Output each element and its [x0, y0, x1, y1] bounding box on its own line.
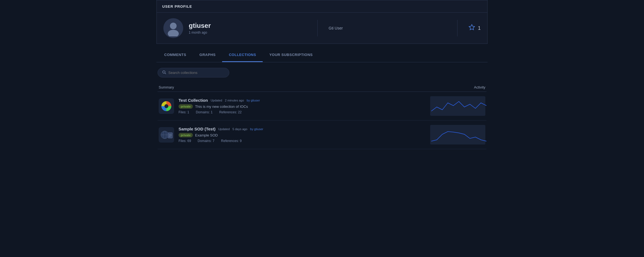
search-bar[interactable] — [158, 68, 229, 77]
page-header-title: USER PROFILE — [162, 4, 192, 9]
search-icon — [162, 70, 166, 75]
svg-rect-12 — [168, 133, 172, 138]
star-icon — [469, 24, 475, 32]
collection-activity-2 — [430, 125, 485, 144]
search-input[interactable] — [168, 71, 225, 75]
collection-updated-by-2: by gtiuser — [250, 127, 263, 131]
stat-files-2: Files: 69 — [179, 139, 191, 143]
badge-private-2: private — [179, 133, 193, 137]
stat-references-1: References: 22 — [219, 110, 241, 114]
collection-updated-prefix-2: Updated — [218, 127, 230, 131]
tab-comments[interactable]: COMMENTS — [158, 48, 193, 62]
svg-marker-2 — [469, 25, 475, 30]
collection-activity-1 — [430, 96, 485, 116]
collection-title-row-2: Sample SOD (Test) Updated 5 days ago by … — [179, 127, 426, 131]
search-bar-wrapper — [158, 68, 486, 77]
user-role: Gti User — [329, 26, 446, 30]
username: gtiuser — [189, 22, 306, 30]
collection-icon-2 — [159, 127, 174, 143]
divider2 — [457, 20, 457, 36]
collection-updated-time-2: 5 days ago — [233, 127, 248, 131]
star-count: 1 — [478, 25, 481, 31]
collection-desc-1: This is my new collection of IOCs — [195, 105, 248, 109]
stars-section: 1 — [469, 24, 481, 32]
collection-desc-row-2: private Example SOD — [179, 133, 426, 137]
user-time-ago: 1 month ago — [189, 31, 306, 34]
collection-info-1: Test Collection Updated 2 minutes ago by… — [179, 98, 426, 114]
collection-updated-prefix-1: Updated — [211, 99, 222, 102]
collection-name-1: Test Collection — [179, 98, 208, 103]
collection-updated-time-1: 2 minutes ago — [225, 99, 244, 102]
collection-stats-1: Files: 1 Domains: 1 References: 22 — [179, 110, 426, 114]
collection-name-2: Sample SOD (Test) — [179, 127, 215, 131]
tab-graphs[interactable]: GRAPHS — [193, 48, 222, 62]
tab-collections[interactable]: COLLECTIONS — [222, 48, 263, 62]
stat-references-2: References: 9 — [221, 139, 242, 143]
svg-point-1 — [168, 30, 179, 36]
svg-line-4 — [165, 73, 166, 74]
collection-title-row-1: Test Collection Updated 2 minutes ago by… — [179, 98, 426, 103]
collection-row-2: Sample SOD (Test) Updated 5 days ago by … — [158, 121, 486, 149]
stat-domains-1: Domains: 1 — [196, 110, 213, 114]
collection-icon-1 — [159, 98, 174, 114]
tabs-bar: COMMENTS GRAPHS COLLECTIONS YOUR SUBSCRI… — [156, 48, 488, 62]
stat-domains-2: Domains: 7 — [198, 139, 214, 143]
user-info: gtiuser 1 month ago — [189, 22, 306, 34]
tab-subscriptions[interactable]: YOUR SUBSCRIPTIONS — [263, 48, 319, 62]
table-header: Summary Activity — [158, 83, 486, 92]
collection-desc-2: Example SOD — [195, 133, 218, 137]
collection-info-2: Sample SOD (Test) Updated 5 days ago by … — [179, 127, 426, 143]
avatar — [163, 18, 183, 38]
divider — [317, 20, 318, 36]
profile-card: gtiuser 1 month ago Gti User 1 — [156, 13, 488, 44]
svg-point-7 — [164, 104, 168, 108]
collections-content: Summary Activity — [156, 62, 488, 155]
collection-row: Test Collection Updated 2 minutes ago by… — [158, 92, 486, 121]
stat-files-1: Files: 1 — [179, 110, 189, 114]
page-header: USER PROFILE — [156, 0, 488, 13]
summary-label: Summary — [159, 85, 174, 89]
activity-label: Activity — [474, 85, 485, 89]
collection-desc-row-1: private This is my new collection of IOC… — [179, 104, 426, 109]
badge-private-1: private — [179, 104, 193, 109]
svg-point-0 — [170, 23, 177, 29]
collection-stats-2: Files: 69 Domains: 7 References: 9 — [179, 139, 426, 143]
collection-updated-by-1: by gtiuser — [247, 99, 260, 102]
